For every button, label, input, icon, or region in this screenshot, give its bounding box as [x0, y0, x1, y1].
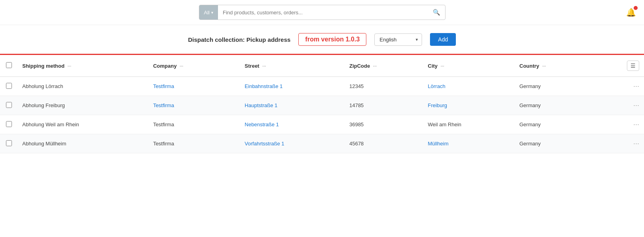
- table-row: Abholung MüllheimTestfirmaVorfahrtsstraß…: [0, 134, 644, 153]
- add-button[interactable]: Add: [430, 33, 456, 46]
- th-zipcode: ZipCode ···: [344, 55, 423, 77]
- th-company: Company ···: [148, 55, 240, 77]
- th-street-label: Street: [245, 63, 259, 69]
- th-spacer: [606, 55, 622, 77]
- col-options-icon[interactable]: ···: [263, 64, 266, 69]
- row-country: Germany: [515, 115, 606, 134]
- row-zipcode: 12345: [344, 77, 423, 96]
- select-all-checkbox[interactable]: [6, 62, 12, 68]
- row-city[interactable]: Müllheim: [423, 134, 515, 153]
- th-select-all: [0, 55, 18, 77]
- col-options-icon[interactable]: ···: [542, 64, 546, 69]
- language-select-wrapper: EnglishGermanFrenchSpanish ▾: [374, 33, 422, 46]
- th-shipping-label: Shipping method: [22, 63, 64, 69]
- row-shipping-method: Abholung Freiburg: [18, 96, 148, 115]
- row-checkbox-cell: [0, 115, 18, 134]
- row-shipping-method: Abholung Weil am Rhein: [18, 115, 148, 134]
- row-shipping-method: Abholung Müllheim: [18, 134, 148, 153]
- row-checkbox[interactable]: [6, 83, 12, 89]
- row-spacer: [606, 96, 622, 115]
- row-actions-button[interactable]: ···: [622, 96, 644, 115]
- version-badge: from version 1.0.3: [298, 33, 366, 46]
- row-spacer: [606, 77, 622, 96]
- search-all-label: All: [204, 10, 210, 16]
- col-options-icon[interactable]: ···: [373, 64, 377, 69]
- top-bar: All ▾ 🔍 🔔: [0, 0, 644, 25]
- row-checkbox-cell: [0, 77, 18, 96]
- row-city[interactable]: Lörrach: [423, 77, 515, 96]
- search-button[interactable]: 🔍: [428, 6, 445, 19]
- table-row: Abholung LörrachTestfirmaEinbahnstraße 1…: [0, 77, 644, 96]
- row-street[interactable]: Nebenstraße 1: [240, 115, 344, 134]
- th-shipping-method: Shipping method ···: [18, 55, 148, 77]
- data-table: Shipping method ··· Company ··· Street ·…: [0, 55, 644, 153]
- row-actions-button[interactable]: ···: [622, 134, 644, 153]
- th-city-label: City: [428, 63, 438, 69]
- row-checkbox[interactable]: [6, 102, 12, 108]
- th-city: City ···: [423, 55, 515, 77]
- th-country: Country ···: [515, 55, 606, 77]
- row-company[interactable]: Testfirma: [148, 96, 240, 115]
- table-wrapper: Shipping method ··· Company ··· Street ·…: [0, 55, 644, 153]
- row-checkbox[interactable]: [6, 140, 12, 146]
- row-street[interactable]: Vorfahrtsstraße 1: [240, 134, 344, 153]
- col-options-icon[interactable]: ···: [68, 64, 71, 69]
- row-company[interactable]: Testfirma: [148, 77, 240, 96]
- row-spacer: [606, 134, 622, 153]
- th-street: Street ···: [240, 55, 344, 77]
- row-shipping-method: Abholung Lörrach: [18, 77, 148, 96]
- row-checkbox-cell: [0, 96, 18, 115]
- row-actions-button[interactable]: ···: [622, 115, 644, 134]
- table-row: Abholung Weil am RheinTestfirmaNebenstra…: [0, 115, 644, 134]
- th-country-label: Country: [519, 63, 539, 69]
- row-zipcode: 45678: [344, 134, 423, 153]
- language-select[interactable]: EnglishGermanFrenchSpanish: [374, 33, 422, 46]
- th-column-settings: ☰: [622, 55, 644, 77]
- search-input[interactable]: [218, 6, 428, 19]
- th-company-label: Company: [153, 63, 177, 69]
- row-checkbox-cell: [0, 134, 18, 153]
- row-country: Germany: [515, 96, 606, 115]
- search-wrapper: All ▾ 🔍: [199, 5, 446, 20]
- col-options-icon[interactable]: ···: [441, 64, 444, 69]
- table-header-row: Shipping method ··· Company ··· Street ·…: [0, 55, 644, 77]
- row-zipcode: 14785: [344, 96, 423, 115]
- top-bar-right: 🔔: [626, 8, 636, 17]
- row-city[interactable]: Freiburg: [423, 96, 515, 115]
- notification-icon[interactable]: 🔔: [626, 8, 636, 17]
- row-spacer: [606, 115, 622, 134]
- row-company: Testfirma: [148, 115, 240, 134]
- col-options-icon[interactable]: ···: [180, 64, 183, 69]
- row-checkbox[interactable]: [6, 121, 12, 127]
- table-row: Abholung FreiburgTestfirmaHauptstraße 11…: [0, 96, 644, 115]
- row-company: Testfirma: [148, 134, 240, 153]
- row-street[interactable]: Einbahnstraße 1: [240, 77, 344, 96]
- row-actions-button[interactable]: ···: [622, 77, 644, 96]
- page-header: Dispatch collection: Pickup address from…: [0, 25, 644, 54]
- column-settings-button[interactable]: ☰: [627, 61, 639, 71]
- table-body: Abholung LörrachTestfirmaEinbahnstraße 1…: [0, 77, 644, 153]
- row-country: Germany: [515, 134, 606, 153]
- row-street[interactable]: Hauptstraße 1: [240, 96, 344, 115]
- notification-badge: [634, 6, 638, 10]
- th-zip-label: ZipCode: [349, 63, 370, 69]
- search-all-button[interactable]: All ▾: [199, 5, 218, 20]
- row-country: Germany: [515, 77, 606, 96]
- row-city: Weil am Rhein: [423, 115, 515, 134]
- chevron-down-icon: ▾: [211, 10, 213, 15]
- row-zipcode: 36985: [344, 115, 423, 134]
- search-icon: 🔍: [433, 9, 440, 16]
- page-title: Dispatch collection: Pickup address: [188, 36, 291, 43]
